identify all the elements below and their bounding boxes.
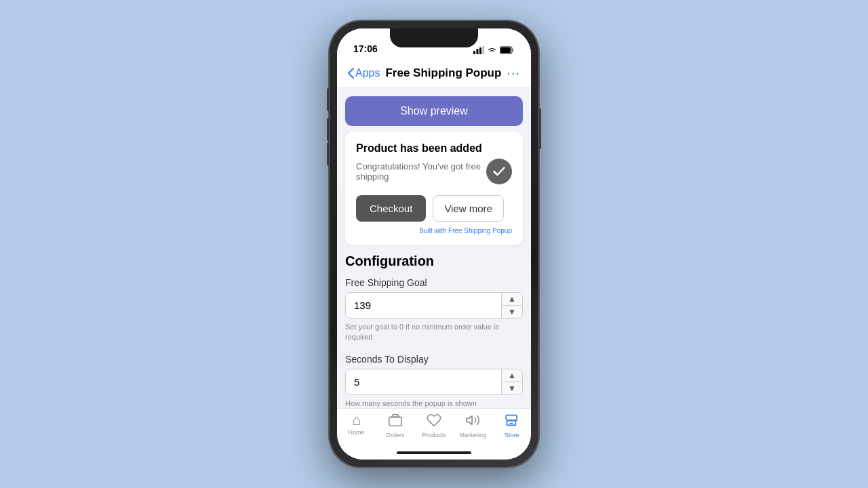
tab-marketing-label: Marketing	[459, 432, 486, 439]
tab-orders[interactable]: Orders	[376, 413, 414, 439]
tab-bar: ⌂ Home Orders Products	[337, 408, 531, 446]
seconds-to-display-decrement[interactable]: ▼	[502, 382, 522, 394]
free-shipping-goal-increment[interactable]: ▲	[502, 293, 522, 306]
store-icon	[504, 413, 519, 430]
nav-title: Free Shipping Popup	[385, 66, 501, 80]
nav-bar: Apps Free Shipping Popup ···	[337, 58, 531, 88]
tab-store[interactable]: Store	[492, 413, 531, 439]
battery-icon	[500, 46, 515, 54]
congrats-text: Congratulations! You've got free shippin…	[356, 161, 486, 182]
free-shipping-goal-hint: Set your goal to 0 if no minimum order v…	[345, 322, 523, 343]
check-circle-icon	[486, 159, 512, 184]
status-time: 17:06	[353, 43, 378, 54]
products-icon	[427, 413, 441, 430]
tab-products-label: Products	[422, 432, 446, 439]
svg-marker-6	[467, 416, 472, 425]
built-with-text: Built with Free Shipping Popup	[356, 227, 512, 235]
view-more-button[interactable]: View more	[433, 195, 504, 222]
home-icon: ⌂	[352, 413, 361, 428]
svg-rect-0	[473, 51, 475, 54]
built-with-link[interactable]: Free Shipping Popup	[448, 227, 512, 235]
preview-actions: Checkout View more	[356, 195, 512, 222]
free-shipping-goal-label: Free Shipping Goal	[345, 277, 523, 288]
checkmark-icon	[493, 167, 505, 176]
notch	[390, 28, 478, 47]
back-label: Apps	[355, 67, 380, 79]
free-shipping-goal-input[interactable]	[346, 293, 501, 318]
show-preview-button[interactable]: Show preview	[345, 96, 523, 126]
tab-store-label: Store	[505, 432, 519, 439]
seconds-to-display-group: Seconds To Display ▲ ▼ How many seconds …	[345, 354, 523, 408]
seconds-to-display-increment[interactable]: ▲	[502, 369, 522, 382]
home-indicator	[337, 446, 531, 460]
built-with-prefix: Built with	[419, 227, 448, 235]
free-shipping-goal-group: Free Shipping Goal ▲ ▼ Set your goal to …	[345, 277, 523, 343]
preview-card: Product has been added Congratulations! …	[345, 131, 523, 245]
tab-home[interactable]: ⌂ Home	[337, 413, 376, 436]
tab-marketing[interactable]: Marketing	[454, 413, 492, 439]
seconds-to-display-input[interactable]	[346, 369, 501, 394]
svg-rect-3	[483, 46, 485, 54]
checkout-button[interactable]: Checkout	[356, 195, 426, 222]
seconds-to-display-input-row: ▲ ▼	[345, 369, 523, 395]
configuration-title: Configuration	[345, 253, 523, 269]
svg-rect-1	[477, 49, 479, 54]
free-shipping-goal-input-row: ▲ ▼	[345, 292, 523, 319]
chevron-left-icon	[348, 68, 354, 79]
tab-orders-label: Orders	[386, 432, 405, 439]
orders-icon	[388, 413, 403, 430]
svg-rect-2	[479, 47, 481, 54]
more-button[interactable]: ···	[507, 65, 520, 81]
phone-screen: 17:06	[337, 28, 531, 460]
signal-icon	[473, 46, 484, 54]
phone-wrapper: 17:06	[329, 20, 539, 468]
tab-home-label: Home	[349, 429, 365, 436]
congrats-row: Congratulations! You've got free shippin…	[356, 159, 512, 184]
product-added-title: Product has been added	[356, 142, 512, 155]
free-shipping-goal-stepper: ▲ ▼	[501, 293, 522, 318]
status-icons	[473, 46, 515, 54]
seconds-to-display-label: Seconds To Display	[345, 354, 523, 365]
nav-back-button[interactable]: Apps	[348, 67, 380, 79]
wifi-icon	[487, 46, 497, 54]
tab-products[interactable]: Products	[414, 413, 453, 439]
seconds-to-display-stepper: ▲ ▼	[501, 369, 522, 394]
home-bar	[397, 451, 471, 454]
free-shipping-goal-decrement[interactable]: ▼	[502, 306, 522, 318]
svg-rect-5	[500, 47, 511, 53]
configuration-section: Configuration Free Shipping Goal ▲ ▼ Set…	[345, 253, 523, 408]
marketing-icon	[465, 413, 480, 430]
content-area: Show preview Product has been added Cong…	[337, 88, 531, 408]
seconds-to-display-hint: How many seconds the popup is shown	[345, 399, 523, 408]
